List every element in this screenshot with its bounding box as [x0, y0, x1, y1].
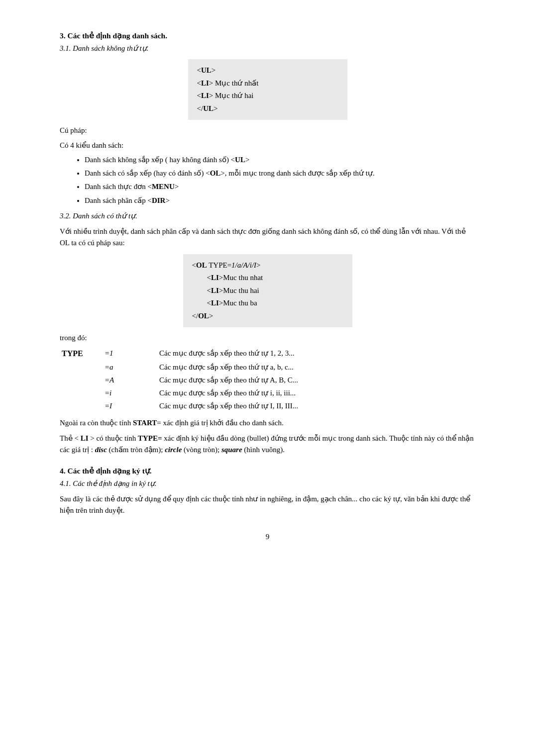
ngoai-ra-para: Ngoài ra còn thuộc tính START= xác định …	[60, 417, 475, 429]
code-line: <LI> Mục thứ hai	[197, 92, 254, 99]
code-line: </UL>	[197, 104, 218, 112]
code-line: <LI>Muc thu nhat	[207, 274, 263, 282]
code-line: <UL>	[197, 66, 216, 74]
para3-2-1: Với nhiều trình duyệt, danh sách phân cấ…	[60, 226, 475, 249]
list-item: Danh sách thực đơn <MENU>	[85, 181, 475, 192]
table-row: =i Các mục được sắp xếp theo thứ tự i, i…	[60, 386, 475, 399]
cu-phap-label: Cú pháp:	[60, 125, 475, 136]
section4-1-heading: 4.1. Các thẻ định dạng in ký tự.	[60, 478, 475, 489]
para4-1: Sau đây là các thẻ được sử dụng để quy đ…	[60, 493, 475, 517]
bullet-list: Danh sách không sắp xếp ( hay không đánh…	[85, 154, 475, 206]
val-1: =1	[100, 347, 139, 361]
table-row: =A Các mục được sắp xếp theo thứ tự A, B…	[60, 374, 475, 386]
code-block-2: <OL TYPE=1/a/A/i/I> <LI>Muc thu nhat <LI…	[183, 254, 352, 328]
list-item: Danh sách phân cấp <DIR>	[85, 195, 475, 206]
desc-1: Các mục được sắp xếp theo thứ tự 1, 2, 3…	[139, 347, 475, 361]
code-line: </OL>	[192, 312, 214, 320]
co-4-kieu: Có 4 kiểu danh sách:	[60, 140, 475, 151]
section3-heading: 3. Các thẻ định dạng danh sách. 3.1. Dan…	[60, 30, 475, 54]
table-row: =a Các mục được sắp xếp theo thứ tự a, b…	[60, 361, 475, 374]
list-item: Danh sách không sắp xếp ( hay không đánh…	[85, 154, 475, 166]
page-number: 9	[60, 531, 475, 543]
code-line: <LI> Mục thứ nhất	[197, 79, 259, 87]
code-block-1: <UL> <LI> Mục thứ nhất <LI> Mục thứ hai …	[188, 59, 347, 120]
code-line: <LI>Muc thu ba	[207, 299, 257, 307]
section3-2-heading: 3.2. Danh sách có thứ tự.	[60, 210, 475, 222]
the-li-para: Thẻ < LI > có thuộc tính TYPE= xác định …	[60, 433, 475, 456]
section4-heading: 4. Các thẻ định dạng ký tự.	[60, 465, 475, 477]
code-line: <OL TYPE=1/a/A/i/I>	[192, 261, 261, 269]
type-table: TYPE =1 Các mục được sắp xếp theo thứ tự…	[60, 347, 475, 412]
trong-do-label: trong đó:	[60, 332, 475, 344]
list-item: Danh sách có sắp xếp (hay có đánh số) <O…	[85, 168, 475, 179]
type-label: TYPE	[60, 347, 100, 361]
table-row: TYPE =1 Các mục được sắp xếp theo thứ tự…	[60, 347, 475, 361]
code-line: <LI>Muc thu hai	[207, 286, 259, 294]
table-row: =I Các mục được sắp xếp theo thứ tự I, I…	[60, 399, 475, 412]
section4: 4. Các thẻ định dạng ký tự. 4.1. Các thẻ…	[60, 465, 475, 517]
